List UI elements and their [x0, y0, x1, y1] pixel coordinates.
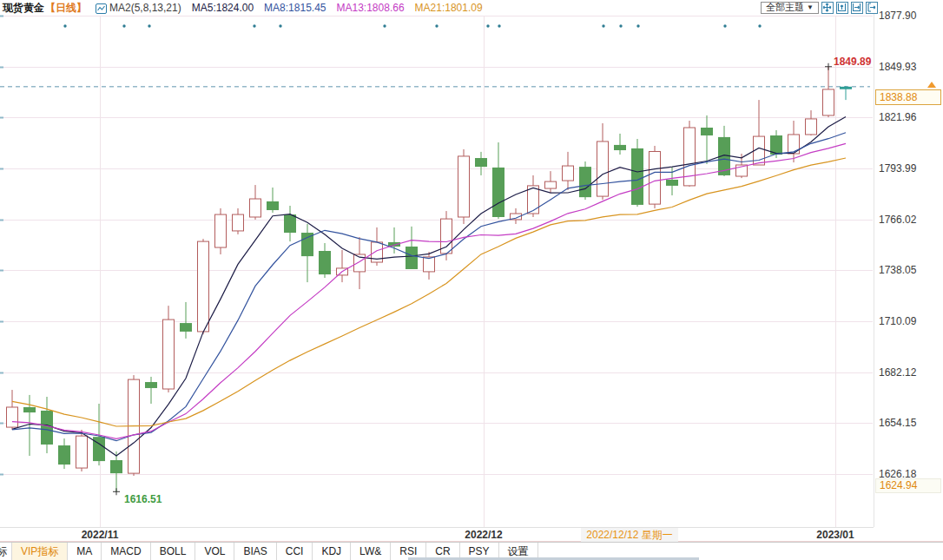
ma-legend-item-3: MA13:1808.66: [337, 2, 405, 14]
candlestick-chart[interactable]: 1877.901849.931821.961793.991766.021738.…: [0, 0, 943, 560]
chart-controls: 全部主题 ▼: [761, 1, 878, 14]
svg-text:2022/12: 2022/12: [465, 529, 503, 541]
svg-text:1616.51: 1616.51: [124, 493, 162, 505]
ma-legend-item-2: MA8:1815.45: [264, 2, 326, 14]
pan-move-icon[interactable]: [821, 2, 834, 14]
svg-text:1682.12: 1682.12: [879, 366, 917, 379]
caret-down-icon: ▼: [807, 2, 814, 13]
svg-text:1654.15: 1654.15: [879, 417, 917, 429]
svg-text:1821.96: 1821.96: [879, 111, 917, 123]
candles-layer: [7, 67, 853, 492]
svg-text:1766.02: 1766.02: [879, 214, 917, 226]
svg-text:2022/11: 2022/11: [82, 529, 119, 541]
svg-text:2022/12/12 星期一: 2022/12/12 星期一: [586, 529, 672, 541]
symbol-name: 现货黄金: [3, 1, 44, 15]
x-axis-labels: 2022/112022/122023/012022/12/12 星期一: [82, 528, 854, 542]
svg-text:1849.93: 1849.93: [879, 61, 917, 73]
ma-legend: MA5:1824.00MA8:1815.45MA13:1808.66MA21:1…: [181, 1, 483, 15]
tab-MACD[interactable]: MACD: [102, 543, 150, 560]
tab-标[interactable]: 标: [0, 543, 12, 560]
period-label: 【日线】: [45, 1, 87, 15]
current-price-label: 1838.88: [875, 89, 941, 105]
tab-CCI[interactable]: CCI: [277, 543, 313, 560]
tab-VOL[interactable]: VOL: [195, 543, 234, 560]
tab-MA[interactable]: MA: [68, 543, 102, 560]
ma-indicator-label: MA2(5,8,13,21): [109, 1, 181, 15]
svg-text:2023/01: 2023/01: [816, 529, 854, 541]
svg-text:1738.05: 1738.05: [879, 264, 917, 276]
scale-x-axis-icon[interactable]: [851, 2, 863, 14]
trading-app-window: 1877.901849.931821.961793.991766.021738.…: [0, 0, 943, 560]
price-up-arrow-icon: [927, 82, 936, 88]
tab-LW&[interactable]: LW&: [351, 543, 391, 560]
tab-VIP指标[interactable]: VIP指标: [12, 543, 68, 560]
theme-dropdown-label: 全部主题: [766, 2, 804, 13]
signal-dots-layer: [63, 24, 761, 27]
ma-legend-item-4: MA21:1801.09: [415, 2, 483, 14]
theme-dropdown[interactable]: 全部主题 ▼: [761, 2, 819, 14]
svg-text:1710.09: 1710.09: [879, 315, 917, 327]
export-right-icon[interactable]: [866, 2, 878, 14]
axis-low-price-label: 1624.94: [875, 478, 941, 493]
scale-y-axis-icon[interactable]: [836, 2, 848, 14]
tab-KDJ[interactable]: KDJ: [313, 543, 351, 560]
chart-icon: [96, 3, 107, 14]
ma-legend-item-1: MA5:1824.00: [192, 2, 254, 14]
tab-BOLL[interactable]: BOLL: [151, 543, 196, 560]
annotations-layer: 1849.891616.51: [113, 56, 872, 506]
grid-layer: [0, 14, 943, 542]
svg-text:1793.99: 1793.99: [879, 162, 917, 175]
tab-BIAS[interactable]: BIAS: [234, 543, 276, 560]
y-axis-labels: 1877.901849.931821.961793.991766.021738.…: [879, 10, 917, 480]
svg-text:1849.89: 1849.89: [834, 56, 872, 68]
